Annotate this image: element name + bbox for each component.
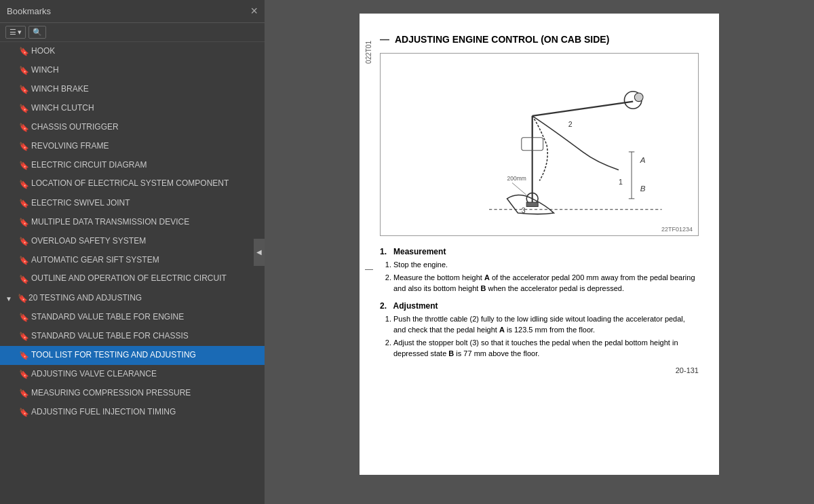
- bookmark-label: WINCH BRAKE: [31, 84, 89, 95]
- bookmark-icon: 🔖: [19, 104, 27, 113]
- bookmark-label: TOOL LIST FOR TESTING AND ADJUSTING: [31, 350, 196, 361]
- bookmark-icon: 🔖: [19, 408, 27, 417]
- bookmark-label: ADJUSTING VALVE CLEARANCE: [31, 369, 157, 380]
- bookmark-label: STANDARD VALUE TABLE FOR ENGINE: [31, 312, 184, 323]
- svg-text:B: B: [640, 184, 646, 193]
- svg-point-4: [634, 93, 643, 102]
- bookmark-icon: 🔖: [19, 47, 27, 56]
- bookmark-item-tool-list[interactable]: 🔖 TOOL LIST FOR TESTING AND ADJUSTING: [0, 346, 265, 365]
- adjustment-heading: 2. Adjustment: [380, 301, 699, 311]
- bookmark-item-winch-clutch[interactable]: 🔖 WINCH CLUTCH: [0, 99, 265, 118]
- bookmark-label: HOOK: [31, 46, 55, 57]
- bookmark-icon: 🔖: [19, 161, 27, 170]
- bookmark-item-adjusting-fuel[interactable]: 🔖 ADJUSTING FUEL INJECTION TIMING: [0, 403, 265, 422]
- bookmark-icon: 🔖: [19, 275, 27, 284]
- bookmark-label: CHASSIS OUTRIGGER: [31, 122, 119, 133]
- bookmark-icon: 🔖: [19, 218, 27, 227]
- dropdown-arrow-icon: ▾: [18, 28, 22, 37]
- bookmark-label: REVOLVING FRAME: [31, 141, 109, 152]
- diagram-box: 2 3 1 A B: [380, 53, 699, 236]
- page-number: 20-131: [380, 366, 699, 374]
- bookmark-item-multiple-data[interactable]: 🔖 MULTIPLE DATA TRANSMISSION DEVICE: [0, 213, 265, 232]
- bookmark-icon: 🔖: [19, 142, 27, 151]
- bookmark-item-location-electrical[interactable]: 🔖 LOCATION OF ELECTRICAL SYSTEM COMPONEN…: [0, 175, 265, 194]
- bookmark-icon: 🔖: [19, 66, 27, 75]
- document-panel: 022T01 — ADJUSTING ENGINE CONTROL (ON CA…: [265, 0, 814, 504]
- toolbar-row: ☰ ▾ 🔍: [0, 23, 265, 42]
- bookmark-icon: 🔖: [19, 313, 27, 322]
- bookmark-icon: 🔖: [19, 123, 27, 132]
- adjustment-section: 2. Adjustment Push the throttle cable (2…: [380, 301, 699, 360]
- bookmark-item-section-20[interactable]: ▼ 🔖 20 TESTING AND ADJUSTING: [0, 289, 265, 308]
- document-content: 022T01 — ADJUSTING ENGINE CONTROL (ON CA…: [265, 0, 814, 504]
- bookmark-search-button[interactable]: 🔍: [28, 26, 46, 39]
- svg-text:A: A: [640, 155, 646, 164]
- list-view-button[interactable]: ☰ ▾: [5, 26, 26, 39]
- bookmark-icon: 🔖: [19, 85, 27, 94]
- adjustment-marker: —: [365, 265, 373, 274]
- bookmarks-list: 🔖 HOOK 🔖 WINCH 🔖 WINCH BRAKE 🔖 WINCH CLU…: [0, 42, 265, 504]
- bookmark-icon: 🔖: [19, 256, 27, 265]
- heading-dash: —: [380, 34, 389, 45]
- svg-text:2: 2: [568, 119, 572, 128]
- adjustment-item-2: Adjust the stopper bolt (3) so that it t…: [393, 337, 699, 360]
- panel-collapse-button[interactable]: ◀: [254, 239, 265, 266]
- bookmark-icon: 🔖: [19, 180, 27, 189]
- measurement-section: 1. Measurement Stop the engine. Measure …: [380, 247, 699, 294]
- bookmark-label: MULTIPLE DATA TRANSMISSION DEVICE: [31, 217, 189, 228]
- page-container: 022T01 — ADJUSTING ENGINE CONTROL (ON CA…: [360, 14, 719, 475]
- close-button[interactable]: ×: [250, 4, 258, 18]
- bookmark-label: WINCH CLUTCH: [31, 103, 94, 114]
- bookmark-item-hook[interactable]: 🔖 HOOK: [0, 42, 265, 61]
- bookmark-label: AUTOMATIC GEAR SIFT SYSTEM: [31, 255, 159, 266]
- bookmark-item-winch[interactable]: 🔖 WINCH: [0, 61, 265, 80]
- bookmark-label: MEASURING COMPRESSION PRESSURE: [31, 388, 191, 399]
- bookmark-item-electric-circuit-diagram[interactable]: 🔖 ELECTRIC CIRCUIT DIAGRAM: [0, 156, 265, 175]
- bookmark-item-chassis-outrigger[interactable]: 🔖 CHASSIS OUTRIGGER: [0, 118, 265, 137]
- bookmark-item-automatic-gear[interactable]: 🔖 AUTOMATIC GEAR SIFT SYSTEM: [0, 251, 265, 270]
- collapse-left-icon: ◀: [256, 248, 262, 256]
- bookmark-item-adjusting-valve[interactable]: 🔖 ADJUSTING VALVE CLEARANCE: [0, 365, 265, 384]
- bookmarks-title: Bookmarks: [7, 6, 51, 16]
- bookmark-item-electric-swivel-joint[interactable]: 🔖 ELECTRIC SWIVEL JOINT: [0, 194, 265, 213]
- bookmark-label: WINCH: [31, 65, 59, 76]
- heading-text: ADJUSTING ENGINE CONTROL (ON CAB SIDE): [395, 34, 609, 45]
- collapse-arrow-icon: ▼: [5, 295, 15, 303]
- bookmarks-header: Bookmarks ×: [0, 0, 265, 23]
- bookmark-item-overload-safety[interactable]: 🔖 OVERLOAD SAFETY SYSTEM: [0, 232, 265, 251]
- diagram-svg: 2 3 1 A B: [389, 58, 691, 231]
- svg-text:200mm: 200mm: [507, 175, 526, 182]
- measurement-item-2: Measure the bottom height A of the accel…: [393, 272, 699, 294]
- bookmark-item-standard-chassis[interactable]: 🔖 STANDARD VALUE TABLE FOR CHASSIS: [0, 327, 265, 346]
- bookmark-icon: 🔖: [18, 294, 26, 303]
- bookmark-label: ELECTRIC CIRCUIT DIAGRAM: [31, 160, 147, 171]
- measurement-item-1: Stop the engine.: [393, 259, 699, 271]
- bookmark-label: ELECTRIC SWIVEL JOINT: [31, 198, 130, 209]
- bookmark-label: OUTLINE AND OPERATION OF ELECTRIC CIRCUI…: [31, 273, 227, 284]
- bookmark-icon: 🔖: [19, 199, 27, 208]
- bookmark-label: LOCATION OF ELECTRICAL SYSTEM COMPONENT: [31, 178, 229, 189]
- diagram-label: 22TF01234: [661, 226, 693, 233]
- bookmark-label: 20 TESTING AND ADJUSTING: [28, 293, 142, 304]
- bookmark-icon: 🔖: [19, 370, 27, 379]
- svg-text:1: 1: [619, 177, 623, 185]
- section-marker: 022T01: [365, 41, 372, 64]
- bookmark-item-measuring-compression[interactable]: 🔖 MEASURING COMPRESSION PRESSURE: [0, 384, 265, 403]
- bookmark-item-outline-operation[interactable]: 🔖 OUTLINE AND OPERATION OF ELECTRIC CIRC…: [0, 270, 265, 289]
- svg-rect-6: [526, 202, 538, 206]
- bookmark-icon: 🔖: [19, 389, 27, 398]
- list-icon: ☰: [9, 28, 16, 37]
- bookmark-label: OVERLOAD SAFETY SYSTEM: [31, 236, 146, 247]
- bookmarks-panel: Bookmarks × ☰ ▾ 🔍 🔖 HOOK 🔖 WINCH 🔖 WINCH…: [0, 0, 265, 504]
- bookmark-item-winch-brake[interactable]: 🔖 WINCH BRAKE: [0, 80, 265, 99]
- bookmark-item-revolving-frame[interactable]: 🔖 REVOLVING FRAME: [0, 137, 265, 156]
- measurement-heading: 1. Measurement: [380, 247, 699, 256]
- bookmark-item-standard-engine[interactable]: 🔖 STANDARD VALUE TABLE FOR ENGINE: [0, 308, 265, 327]
- bookmark-icon: 🔖: [19, 332, 27, 341]
- section-heading: — ADJUSTING ENGINE CONTROL (ON CAB SIDE): [380, 34, 699, 45]
- bookmark-search-icon: 🔍: [33, 28, 42, 37]
- bookmark-icon: 🔖: [19, 351, 27, 360]
- bookmark-label: STANDARD VALUE TABLE FOR CHASSIS: [31, 331, 189, 342]
- bookmark-icon: 🔖: [19, 237, 27, 246]
- bookmark-label: ADJUSTING FUEL INJECTION TIMING: [31, 407, 176, 418]
